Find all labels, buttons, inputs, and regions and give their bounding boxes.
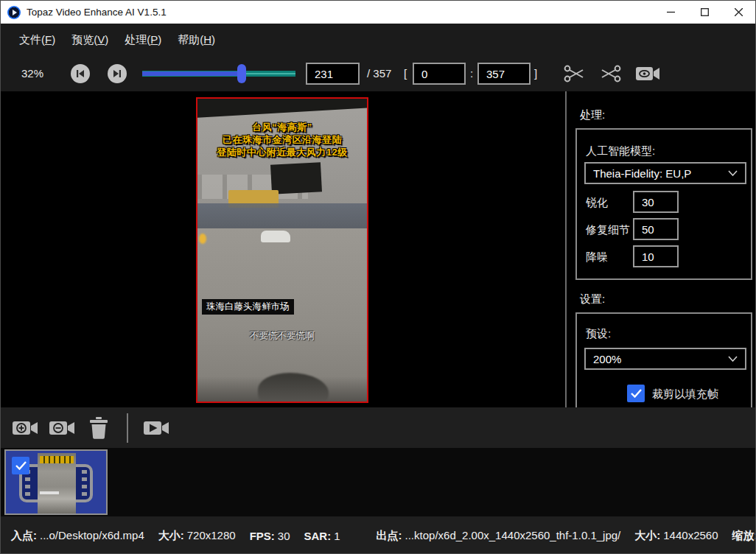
maximize-button[interactable] (687, 1, 721, 24)
skip-start-button[interactable] (71, 64, 90, 83)
preview-sign-shape (270, 162, 322, 194)
remove-video-button[interactable] (49, 416, 75, 440)
main-area: 台风“海高斯” 已在珠海市金湾区沿海登陆 登陆时中心附近最大风力12级 珠海白藤… (1, 91, 755, 407)
preview-button[interactable] (636, 63, 659, 84)
skip-start-icon (76, 69, 85, 78)
denoise-label: 降噪 (586, 250, 608, 264)
camera-eye-icon (636, 65, 659, 83)
camera-remove-icon (49, 418, 74, 438)
trim-start-input[interactable] (413, 63, 466, 85)
sharpen-input[interactable] (633, 191, 679, 213)
app-logo-icon (7, 6, 21, 19)
check-icon (631, 389, 642, 398)
menu-help[interactable]: 帮助(H) (169, 29, 223, 52)
status-bar: 入点:...o/Desktop/x6d.mp4 大小:720x1280 FPS:… (1, 516, 755, 554)
preview-bottom-shade (197, 376, 367, 402)
denoise-input[interactable] (633, 245, 679, 267)
preset-select[interactable]: 200% (584, 348, 746, 370)
preview-light-shape (199, 234, 206, 244)
settings-group: 预设: 200% 裁剪以填充帧 (575, 312, 752, 407)
ai-model-select[interactable]: Theia-Fidelity: EU,P (584, 162, 746, 184)
delete-clip-button[interactable] (85, 416, 112, 440)
trim-bracket-close: ] (534, 67, 537, 80)
frame-slider-progress (142, 71, 242, 76)
trim-in-button[interactable] (562, 63, 586, 84)
status-fps: FPS:30 (250, 530, 290, 542)
preview-canvas[interactable]: 台风“海高斯” 已在珠海市金湾区沿海登陆 登陆时中心附近最大风力12级 珠海白藤… (196, 97, 368, 403)
maximize-icon (701, 8, 709, 16)
close-icon (735, 8, 743, 16)
minimize-button[interactable] (654, 1, 687, 24)
status-sar: SAR:1 (304, 530, 340, 542)
video-overlay-title: 台风“海高斯” 已在珠海市金湾区沿海登陆 登陆时中心附近最大风力12级 (197, 121, 367, 158)
sharpen-label: 锐化 (586, 196, 608, 210)
camera-add-icon (13, 418, 38, 438)
app-window: Topaz Video Enhance AI V1.5.1 文件(F) 预览(V… (0, 0, 756, 554)
process-heading: 处理: (580, 108, 605, 122)
chevron-down-icon (728, 170, 738, 176)
ai-model-group: 人工智能模型: Theia-Fidelity: EU,P 锐化 修复细节 降噪 (575, 128, 752, 280)
menu-process[interactable]: 处理(P) (116, 29, 169, 52)
menu-file[interactable]: 文件(F) (11, 29, 63, 52)
video-location-caption: 珠海白藤头海鲜市场 (202, 299, 294, 315)
ai-model-label: 人工智能模型: (586, 144, 655, 158)
process-video-button[interactable] (143, 416, 169, 440)
close-button[interactable] (721, 1, 755, 24)
minimize-icon (667, 8, 675, 16)
trim-end-input[interactable] (477, 63, 531, 85)
camera-play-icon (144, 418, 169, 438)
skip-end-button[interactable] (108, 64, 127, 83)
status-out-path: 出点:...ktop/x6d_2.00x_1440x2560_thf-1.0.1… (377, 529, 621, 543)
status-out-size: 大小:1440x2560 (634, 529, 718, 543)
clip-thumbnail-image (38, 453, 76, 514)
restore-detail-label: 修复细节 (586, 223, 630, 237)
trim-out-button[interactable] (599, 63, 623, 84)
add-video-button[interactable] (12, 416, 38, 440)
menu-preview[interactable]: 预览(V) (63, 29, 116, 52)
crop-to-fill-checkbox[interactable] (627, 385, 645, 402)
preset-label: 预设: (586, 327, 611, 341)
clipbar-divider (127, 413, 128, 443)
trim-separator: : (470, 67, 473, 80)
crop-to-fill-label: 裁剪以填充帧 (652, 388, 718, 402)
status-in-path: 入点:...o/Desktop/x6d.mp4 (11, 529, 144, 543)
zoom-level: 32% (21, 67, 43, 80)
menu-bar: 文件(F) 预览(V) 处理(P) 帮助(H) (1, 24, 755, 56)
scissors-in-icon (564, 64, 584, 83)
trash-icon (89, 417, 108, 439)
skip-end-icon (113, 69, 122, 78)
thumbnail-strip (1, 448, 755, 516)
frame-slider-handle[interactable] (237, 64, 246, 83)
processing-panel: 处理: 人工智能模型: Theia-Fidelity: EU,P 锐化 修复细节… (565, 91, 755, 407)
title-bar: Topaz Video Enhance AI V1.5.1 (1, 1, 755, 24)
video-speech-caption: 不要慌不要慌啊 (197, 330, 367, 343)
chevron-down-icon (728, 356, 738, 362)
trim-bracket-open: [ (404, 67, 407, 80)
preview-roof-shape (196, 99, 368, 118)
settings-heading: 设置: (580, 292, 605, 306)
frame-total-label: / 357 (367, 67, 391, 80)
frame-slider[interactable] (142, 68, 295, 80)
clip-thumbnail-tile[interactable] (4, 449, 108, 515)
restore-detail-input[interactable] (633, 218, 679, 240)
clip-select-checkbox[interactable] (12, 457, 29, 474)
status-scale: 缩放:200% (732, 529, 756, 543)
check-icon (15, 461, 27, 470)
preview-wall-shape (197, 203, 367, 228)
status-in-size: 大小:720x1280 (158, 529, 236, 543)
window-title: Topaz Video Enhance AI V1.5.1 (27, 7, 167, 18)
current-frame-input[interactable] (306, 63, 360, 85)
preview-car-shape (261, 231, 290, 242)
scissors-out-icon (601, 64, 621, 83)
clip-toolbar (1, 407, 755, 448)
transport-toolbar: 32% / 357 [ : ] (1, 56, 755, 91)
